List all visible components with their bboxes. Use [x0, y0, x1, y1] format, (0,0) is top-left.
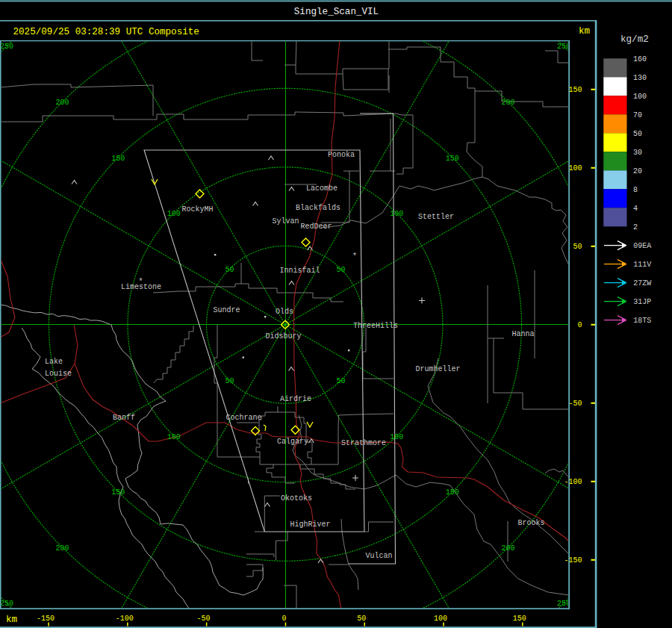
svg-text:2: 2 — [633, 223, 638, 231]
svg-text:18TS: 18TS — [633, 317, 651, 325]
svg-text:100: 100 — [390, 210, 403, 218]
svg-text:*: * — [352, 252, 357, 261]
svg-text:100: 100 — [390, 433, 403, 441]
svg-text:0: 0 — [577, 321, 582, 329]
svg-text:50: 50 — [225, 377, 234, 385]
svg-text:Olds: Olds — [276, 308, 293, 316]
svg-text:km: km — [6, 615, 17, 625]
svg-text:111V: 111V — [633, 261, 651, 269]
svg-text:Innisfail: Innisfail — [280, 267, 320, 275]
svg-text:Strathmore: Strathmore — [341, 439, 386, 447]
svg-text:Sundre: Sundre — [214, 306, 240, 314]
svg-text:Vulcan: Vulcan — [366, 552, 393, 560]
svg-text:100: 100 — [633, 93, 647, 101]
svg-text:150: 150 — [568, 86, 582, 94]
svg-text:Okotoks: Okotoks — [281, 494, 312, 503]
svg-text:Cochrane: Cochrane — [226, 414, 262, 422]
svg-text:200: 200 — [501, 544, 514, 553]
svg-text:200: 200 — [56, 544, 69, 553]
svg-text:HighRiver: HighRiver — [290, 520, 331, 529]
svg-text:200: 200 — [56, 99, 69, 107]
svg-text:27ZW: 27ZW — [633, 279, 651, 287]
svg-text:130: 130 — [633, 74, 647, 82]
svg-text:2025/09/25 03:28:39 UTC Compos: 2025/09/25 03:28:39 UTC Composite — [13, 27, 199, 37]
svg-text:Stettler: Stettler — [418, 213, 454, 221]
svg-text:-150: -150 — [37, 615, 55, 623]
svg-text:Brooks: Brooks — [518, 519, 545, 527]
svg-text:km: km — [579, 26, 590, 37]
svg-text:0: 0 — [282, 615, 287, 623]
svg-text:-50: -50 — [568, 400, 582, 408]
svg-text:50: 50 — [357, 615, 366, 623]
svg-text:Calgary: Calgary — [277, 438, 308, 446]
svg-text:20: 20 — [633, 167, 642, 175]
svg-text:8: 8 — [633, 186, 638, 194]
svg-text:Hanna: Hanna — [512, 330, 535, 338]
svg-text:100: 100 — [167, 433, 181, 441]
svg-text:30: 30 — [633, 149, 642, 157]
svg-text:Ponoka: Ponoka — [328, 151, 355, 159]
svg-text:Limestone: Limestone — [121, 283, 161, 291]
svg-text:4: 4 — [633, 205, 638, 213]
svg-text:RedDeer: RedDeer — [301, 223, 332, 231]
svg-text:-50: -50 — [197, 615, 211, 623]
svg-text:-100: -100 — [564, 478, 582, 486]
svg-text:Banff: Banff — [113, 414, 135, 422]
svg-text:Airdrie: Airdrie — [280, 395, 311, 403]
svg-text:kg/m2: kg/m2 — [620, 34, 649, 45]
svg-text:-150: -150 — [564, 556, 582, 565]
svg-text:Single_Scan_VIL: Single_Scan_VIL — [294, 7, 379, 17]
svg-text:-100: -100 — [116, 615, 134, 623]
svg-text:Drumheller: Drumheller — [416, 365, 461, 373]
svg-text:200: 200 — [501, 99, 514, 107]
svg-text:150: 150 — [111, 155, 125, 163]
svg-text:Louise: Louise — [45, 370, 72, 378]
svg-text:150: 150 — [446, 155, 459, 163]
svg-text:RockyMH: RockyMH — [182, 205, 214, 214]
svg-text:50: 50 — [337, 377, 346, 385]
svg-text:50: 50 — [573, 243, 582, 251]
svg-text:Lake: Lake — [45, 358, 63, 366]
svg-text:Lacombe: Lacombe — [306, 184, 337, 193]
svg-text:100: 100 — [568, 164, 582, 172]
svg-text:Didsbury: Didsbury — [266, 332, 302, 341]
svg-text:50: 50 — [337, 266, 346, 274]
svg-text:31JP: 31JP — [633, 298, 651, 306]
svg-text:250: 250 — [0, 600, 13, 608]
svg-text:150: 150 — [513, 615, 526, 623]
svg-text:70: 70 — [633, 111, 642, 119]
svg-text:50: 50 — [633, 130, 642, 138]
svg-text:100: 100 — [167, 210, 181, 218]
svg-text:Blackfalds: Blackfalds — [296, 204, 340, 212]
svg-text:50: 50 — [225, 266, 234, 274]
svg-text:150: 150 — [111, 488, 125, 497]
svg-text:ThreeHills: ThreeHills — [353, 322, 398, 330]
svg-text:150: 150 — [446, 488, 459, 497]
svg-text:Sylvan: Sylvan — [273, 217, 299, 226]
svg-text:09EA: 09EA — [633, 242, 651, 250]
svg-text:100: 100 — [434, 615, 447, 623]
svg-text:250: 250 — [0, 43, 13, 51]
svg-text:160: 160 — [633, 55, 647, 63]
